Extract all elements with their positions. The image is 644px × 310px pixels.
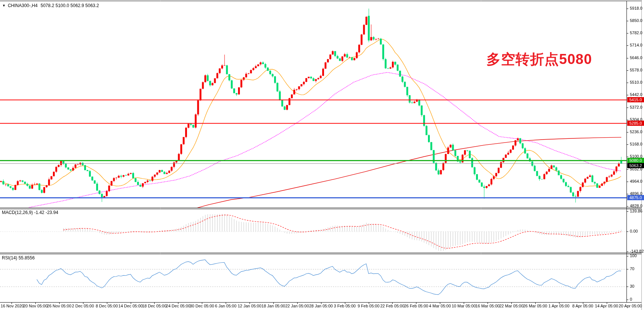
rsi-indicator-label: RSI(14) 55.8556 bbox=[2, 255, 35, 261]
price-axis-label: 5168.0 bbox=[630, 142, 643, 146]
time-axis-label: 8 Apr 05:00 bbox=[572, 304, 593, 308]
rsi-axis-label: 100 bbox=[630, 253, 637, 258]
symbol-dropdown-icon[interactable]: ▼ bbox=[2, 4, 6, 7]
price-axis-label: 5646.0 bbox=[630, 55, 643, 60]
price-axis-label: 4964.0 bbox=[630, 179, 643, 183]
time-axis-label: 26 Feb 05:00 bbox=[404, 304, 428, 308]
price-level-tag: 4875.0 bbox=[627, 195, 644, 200]
ohlc-header: ▼CHINA300-,H45078.2 5100.0 5062.9 5063.2 bbox=[2, 3, 99, 8]
main-chart-canvas[interactable] bbox=[0, 0, 644, 310]
time-axis-label: 14 Apr 05:00 bbox=[595, 304, 618, 308]
time-axis-label: 18 Dec 05:00 bbox=[142, 304, 166, 308]
time-axis-label: 18 Jan 05:00 bbox=[261, 304, 285, 308]
price-axis-label: 5714.0 bbox=[630, 43, 643, 47]
rsi-axis-label: 70 bbox=[630, 266, 634, 271]
price-axis-label: 5850.0 bbox=[630, 18, 643, 23]
price-level-tag: 5415.0 bbox=[627, 97, 644, 102]
time-axis-label: 10 Mar 05:00 bbox=[452, 304, 476, 308]
price-level-tag: 5063.2 bbox=[627, 163, 644, 168]
macd-indicator-label: MACD(12,26,9) -1.42 -23.94 bbox=[2, 210, 58, 215]
time-axis-label: 3 Feb 05:00 bbox=[334, 304, 356, 308]
time-axis-label: 4 Mar 05:00 bbox=[429, 304, 451, 308]
time-axis-label: 1 Apr 05:00 bbox=[549, 304, 570, 308]
time-axis-label: 9 Feb 05:00 bbox=[358, 304, 380, 308]
price-axis-label: 5442.0 bbox=[630, 92, 643, 97]
time-axis-label: 14 Dec 05:00 bbox=[118, 304, 143, 308]
price-axis-label: 5918.0 bbox=[630, 6, 643, 10]
time-axis-label: 30 Dec 05:00 bbox=[190, 304, 214, 308]
time-axis-label: 26 Nov 05:00 bbox=[47, 304, 71, 308]
time-axis-label: 24 Dec 05:00 bbox=[166, 304, 190, 308]
time-axis-label: 16 Nov 2020 bbox=[1, 304, 24, 308]
time-axis-label: 20 Nov 05:00 bbox=[23, 304, 47, 308]
chart-text-annotation[interactable]: 多空转折点5080 bbox=[486, 50, 592, 69]
ohlc-values: 5078.2 5100.0 5062.9 5063.2 bbox=[41, 3, 99, 8]
time-axis-label: 22 Mar 05:00 bbox=[499, 304, 523, 308]
price-axis-label: 5236.0 bbox=[630, 130, 643, 134]
time-axis-label: 28 Jan 05:00 bbox=[309, 304, 333, 308]
rsi-axis-label: 0 bbox=[630, 297, 632, 301]
macd-axis-label: 0.00 bbox=[630, 229, 638, 233]
time-axis-label: 16 Mar 05:00 bbox=[476, 304, 500, 308]
time-axis-label: 12 Jan 05:00 bbox=[238, 304, 261, 308]
time-axis-label: 22 Feb 05:00 bbox=[380, 304, 405, 308]
macd-axis-label: 139.86 bbox=[630, 209, 643, 213]
price-axis-label: 5510.0 bbox=[630, 80, 643, 84]
price-axis-label: 4828.0 bbox=[630, 204, 643, 208]
price-axis-label: 5578.0 bbox=[630, 68, 643, 72]
time-axis-label: 6 Jan 05:00 bbox=[215, 304, 237, 308]
symbol-timeframe: CHINA300-,H4 bbox=[8, 3, 38, 8]
price-level-tag: 5285.0 bbox=[627, 121, 644, 126]
price-level-tag: 5080.0 bbox=[627, 158, 644, 163]
trading-terminal-window: { "header": { "symbol": "CHINA300-,H4", … bbox=[0, 0, 644, 310]
time-axis-label: 26 Mar 05:00 bbox=[523, 304, 547, 308]
price-axis-label: 5782.0 bbox=[630, 31, 643, 35]
time-axis-label: 22 Jan 05:00 bbox=[285, 304, 309, 308]
time-axis-label: 2 Dec 05:00 bbox=[72, 304, 94, 308]
rsi-axis-label: 30 bbox=[630, 284, 634, 288]
price-axis-label: 5372.0 bbox=[630, 105, 643, 109]
macd-axis-label: -143.82 bbox=[630, 249, 644, 253]
time-axis-label: 8 Dec 05:00 bbox=[96, 304, 118, 308]
time-axis-label: 20 Apr 05:00 bbox=[619, 304, 642, 308]
